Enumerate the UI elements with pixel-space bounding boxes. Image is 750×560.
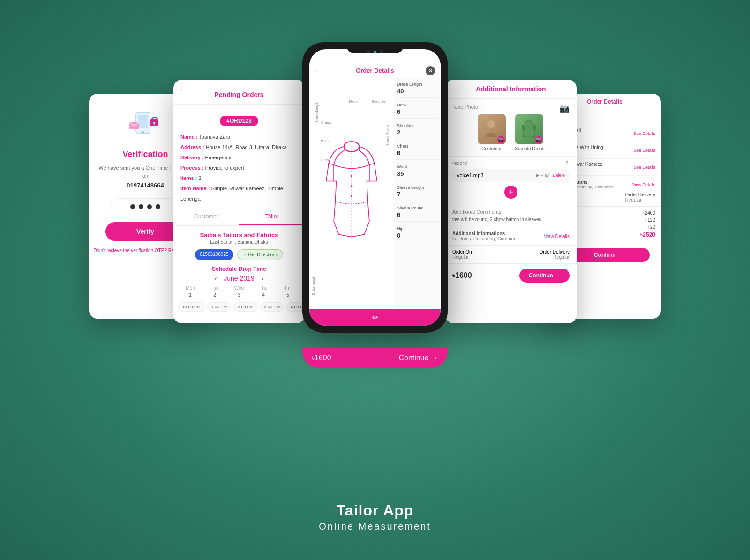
camera-icon[interactable]: 📷 [559,104,570,114]
item-3-see-details[interactable]: See Details [634,165,655,170]
bottom-branding: Tailor App Online Measurement [319,502,431,532]
add-recording-button[interactable]: + [504,186,518,199]
otp-dot-1 [130,204,135,209]
order-info-row: Order On Order Delivery Regular Regular [445,245,577,263]
sample-thumbnail: 📷 [515,114,543,144]
delivery-section: Order Delivery Regular [625,192,655,202]
grand-total-val: ৳2520 [640,231,655,238]
customer-photo-badge: 📷 [497,136,505,143]
dress-length-label: Dress Length [312,276,315,295]
order-delivery-val: Regular [553,254,570,260]
date-3[interactable]: 3 [227,291,251,299]
date-5[interactable]: 5 [276,291,300,299]
calendar-days: Mon Tue Wed Thu Fri 1 2 3 4 5 [173,284,305,299]
svg-rect-5 [154,123,155,125]
info-val: ke Dress, Recording, Comment [452,236,518,241]
otp-dot-3 [147,204,152,209]
phone-content: ← Order Details ✕ Neck Shoulder Chest Wa… [309,49,441,326]
measure-neck: Neck 6 [397,103,438,119]
measure-sleeve-length: Sleeve Length 7 [397,185,438,201]
close-button[interactable]: ✕ [426,66,435,75]
phone-footer: ৳1600 Continue → [302,348,448,368]
record-label-text: record [452,160,467,166]
app-title: Tailor App [319,502,431,519]
info-label: Additional Informations [452,231,518,236]
date-2[interactable]: 2 [202,291,227,299]
modal-body: Neck Shoulder Chest Waist Hips Sleeve Ro… [309,78,441,309]
app-subtitle: Online Measurement [319,521,431,532]
tab-tailor[interactable]: Tailor [239,209,305,225]
otp-input[interactable] [110,198,180,215]
order-badge: #ORD123 [220,116,258,126]
view-details-button[interactable]: View Details [632,182,655,187]
camera-dot-1 [367,51,370,53]
photo-label-row: Take Photo 📷 [452,104,570,114]
date-4[interactable]: 4 [251,291,276,299]
next-month-button[interactable]: › [262,275,264,282]
footer-price: ৳1600 [452,271,472,280]
call-button[interactable]: 01563198925 [195,249,233,260]
prev-month-button[interactable]: ‹ [215,275,217,282]
comments-section: Additional Comments ves will be round, 2… [445,205,577,227]
play-button[interactable]: ▶ Play [536,173,549,178]
take-photo-label: Take Photo [452,104,478,110]
measure-dress-length: Dress Length 40 [397,82,438,98]
customer-caption: Customer [478,146,506,151]
svg-point-2 [142,131,144,133]
chest-label: Chest [321,120,331,125]
delete-button[interactable]: Delete [553,173,565,178]
edit-icon[interactable]: ✏ [372,313,378,322]
tailor-address: East banani, Banani, Dhaka [173,239,305,245]
sleeve-round-label: Sleeve Round [386,125,389,146]
item-1-see-details[interactable]: See Details [634,131,655,136]
item-2-see-details[interactable]: See Details [634,148,655,153]
day-fri: Fri [276,284,300,291]
pending-orders-screen: ← Pending Orders #ORD123 Name : Tasnuva … [173,80,305,323]
time-slot-4[interactable]: 3:00 PM [260,302,285,312]
sample-photo-badge: 📷 [535,136,542,143]
measure-waist: Waist 35 [397,164,438,180]
measure-chest: Chest 6 [397,144,438,160]
modal-back-button[interactable]: ← [315,67,322,75]
voice-file-row: voice1.mp3 ▶ Play Delete [452,169,570,182]
dress-svg [321,135,382,252]
calendar-month: June 2019 [224,275,254,282]
center-phone: ← Order Details ✕ Neck Shoulder Chest Wa… [302,42,448,333]
comment-text: ves will be round, 2 show button in slee… [452,217,570,223]
dress-diagram: Neck Shoulder Chest Waist Hips Sleeve Ro… [309,78,394,309]
calendar-nav: ‹ June 2019 › [173,275,305,282]
photo-section: Take Photo 📷 📷 Customer [445,99,577,156]
order-delivery-label: Order Delivery [540,249,570,254]
measurements-panel: Dress Length 40 Neck 6 Shoulder 2 [394,78,441,309]
day-tue: Tue [202,284,227,291]
measure-shoulder: Shoulder 2 [397,123,438,139]
continue-button[interactable]: Continue → [519,269,570,283]
modal-title: Order Details [356,67,394,74]
back-arrow-icon[interactable]: ← [179,85,187,94]
record-section: record 🎙 voice1.mp3 ▶ Play Delete + [445,156,577,205]
additional-info-screen: Additional Information Take Photo 📷 [445,80,577,323]
tab-customer[interactable]: Customer [173,209,239,225]
microphone-icon[interactable]: 🎙 [564,160,570,166]
order-info: Name : Tasnuva Zara Address : House 14/A… [173,132,305,204]
directions-button[interactable]: → Get Directions [237,249,283,260]
otp-dot-4 [156,204,160,209]
orders-tabs: Customer Tailor [173,209,305,226]
record-label-row: record 🎙 [452,160,570,166]
time-slot-2[interactable]: 1:00 PM [207,302,232,312]
shoulder-label: Shoulder [372,99,387,104]
time-slot-3[interactable]: 2:00 PM [233,302,258,312]
tailor-name: Sadia's Tailors and Fabrics [173,231,305,239]
orders-title: Pending Orders [173,85,305,105]
footer-price: ৳1600 [312,354,331,362]
sample-caption: Sample Dress [515,146,545,151]
photo-thumbs: 📷 Customer 📷 [452,114,570,151]
camera-dot-2 [374,51,376,53]
time-slot-1[interactable]: 12:00 PM [178,302,205,312]
continue-button[interactable]: Continue → [399,354,439,362]
date-1[interactable]: 1 [178,291,202,299]
sleeve-length-label: Sleeve Length [315,102,318,123]
view-details-button[interactable]: View Details [544,234,570,239]
neck-label: Neck [349,99,358,104]
phone-camera-area [367,51,383,53]
